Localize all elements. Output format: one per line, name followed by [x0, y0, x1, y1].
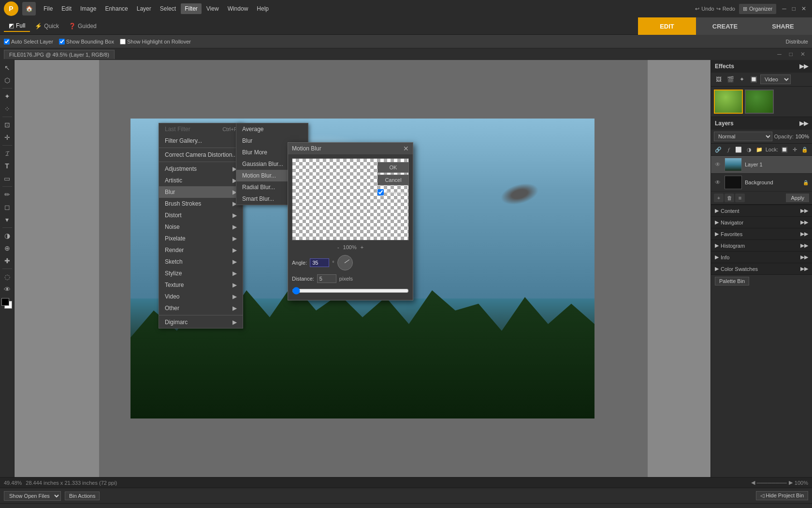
tab-maximize-icon[interactable]: □	[786, 50, 796, 59]
close-button[interactable]: ✕	[799, 5, 808, 12]
distort-item[interactable]: Distort ▶	[159, 209, 243, 221]
other-item[interactable]: Other ▶	[159, 302, 243, 314]
burn-tool[interactable]: ◑	[1, 230, 13, 241]
effects-filter-btn-4[interactable]: 🔲	[749, 75, 758, 84]
quick-selection-tool[interactable]: ✦	[1, 90, 13, 102]
artistic-item[interactable]: Artistic ▶	[159, 175, 243, 186]
maximize-button[interactable]: □	[790, 5, 798, 12]
zoom-in-status-button[interactable]: ▶	[789, 479, 793, 486]
blur-item[interactable]: Blur ▶	[159, 186, 243, 198]
eyedropper-tool[interactable]: 𝓘	[1, 148, 13, 159]
effect-thumb-1[interactable]	[714, 90, 743, 114]
video-effects-dropdown[interactable]: Video All Artistic	[760, 75, 791, 84]
effects-section-header[interactable]: Effects ▶▶	[711, 60, 812, 73]
content-section-header[interactable]: ▶ Content ▶▶	[711, 205, 812, 216]
layer-style-icon[interactable]: 𝑓	[724, 145, 732, 154]
tab-minimize-icon[interactable]: ─	[774, 50, 784, 59]
shape-tool[interactable]: ▭	[1, 173, 13, 184]
full-mode-button[interactable]: ◩ Full	[4, 20, 30, 32]
menu-file[interactable]: File	[40, 3, 57, 14]
digimarc-item[interactable]: Digimarc ▶	[159, 316, 243, 328]
layer-group-icon[interactable]: 📁	[755, 145, 763, 154]
quick-mode-button[interactable]: ⚡ Quick	[30, 21, 64, 31]
layer-row-2[interactable]: 👁 Background 🔒	[711, 174, 812, 192]
apply-button[interactable]: Apply	[786, 194, 809, 202]
fill-tool[interactable]: ▾	[1, 214, 13, 225]
menu-layer[interactable]: Layer	[133, 3, 155, 14]
show-highlight-checkbox[interactable]	[120, 39, 126, 45]
auto-select-checkbox[interactable]	[4, 39, 10, 45]
lock-move-icon[interactable]: ✛	[790, 145, 798, 154]
layer-link-icon[interactable]: 🔗	[714, 145, 722, 154]
guided-mode-button[interactable]: ❓ Guided	[64, 21, 102, 31]
effects-filter-btn-2[interactable]: 🎬	[725, 75, 735, 84]
blur-smudge-tool[interactable]: ◌	[1, 271, 13, 283]
zoom-in-button[interactable]: +	[361, 244, 363, 250]
distance-input[interactable]	[317, 274, 336, 283]
layers-section-header[interactable]: Layers ▶▶	[711, 117, 812, 130]
palette-bin-button[interactable]: Palette Bin	[715, 277, 749, 285]
show-open-files-dropdown[interactable]: Show Open Files	[4, 491, 61, 501]
undo-icon[interactable]: ↩	[695, 6, 699, 12]
brush-strokes-item[interactable]: Brush Strokes ▶	[159, 198, 243, 209]
effects-filter-btn-3[interactable]: ✦	[737, 75, 747, 84]
zoom-out-button[interactable]: -	[337, 244, 339, 250]
layer-2-visibility-icon[interactable]: 👁	[714, 179, 722, 186]
menu-enhance[interactable]: Enhance	[101, 3, 131, 14]
navigator-section-header[interactable]: ▶ Navigator ▶▶	[711, 217, 812, 228]
correct-camera-item[interactable]: Correct Camera Distortion...	[159, 149, 243, 161]
selection-tool[interactable]: ↖	[1, 62, 13, 74]
distance-slider[interactable]	[292, 287, 409, 295]
menu-select[interactable]: Select	[156, 3, 180, 14]
preview-checkbox[interactable]	[377, 189, 384, 195]
layer-1-visibility-icon[interactable]: 👁	[714, 161, 722, 168]
filter-gallery-item[interactable]: Filter Gallery...	[159, 135, 243, 147]
bin-actions-button[interactable]: Bin Actions	[65, 492, 100, 500]
hide-project-bin-button[interactable]: ◁ Hide Project Bin	[756, 491, 808, 500]
angle-input[interactable]	[310, 258, 329, 267]
brush-tool[interactable]: ✏	[1, 189, 13, 200]
noise-item[interactable]: Noise ▶	[159, 221, 243, 233]
redo-icon[interactable]: ↪	[716, 6, 721, 12]
angle-dial[interactable]	[337, 255, 353, 270]
color-swatches-section-header[interactable]: ▶ Color Swatches ▶▶	[711, 263, 812, 274]
favorites-section-header[interactable]: ▶ Favorites ▶▶	[711, 228, 812, 239]
home-button[interactable]: 🏠	[22, 2, 36, 15]
dialog-close-button[interactable]: ✕	[403, 145, 409, 152]
delete-layer-button[interactable]: 🗑	[725, 194, 734, 202]
lock-pixels-icon[interactable]: 🔲	[780, 145, 788, 154]
layer-adjustment-icon[interactable]: ◑	[745, 145, 753, 154]
effects-filter-btn-1[interactable]: 🖼	[714, 75, 724, 84]
foreground-background-colors[interactable]	[1, 298, 13, 310]
menu-filter[interactable]: Filter	[181, 3, 202, 14]
minimize-button[interactable]: ─	[780, 5, 788, 12]
texture-item[interactable]: Texture ▶	[159, 279, 243, 291]
foreground-color-swatch[interactable]	[1, 298, 9, 306]
healing-tool[interactable]: ✚	[1, 255, 13, 267]
histogram-section-header[interactable]: ▶ Histogram ▶▶	[711, 240, 812, 251]
ok-button[interactable]: OK	[377, 162, 409, 173]
stylize-item[interactable]: Stylize ▶	[159, 268, 243, 279]
adjustments-item[interactable]: Adjustments ▶	[159, 163, 243, 175]
eraser-tool[interactable]: ◻	[1, 201, 13, 213]
menu-window[interactable]: Window	[224, 3, 252, 14]
clone-tool[interactable]: ⊕	[1, 242, 13, 254]
average-item[interactable]: Average	[236, 123, 308, 135]
organizer-button[interactable]: ⊞ Organizer	[739, 4, 776, 14]
video-item[interactable]: Video ▶	[159, 291, 243, 302]
menu-edit[interactable]: Edit	[58, 3, 75, 14]
menu-image[interactable]: Image	[76, 3, 100, 14]
blend-mode-dropdown[interactable]: Normal Multiply Screen	[714, 132, 772, 141]
pixelate-item[interactable]: Pixelate ▶	[159, 233, 243, 244]
new-layer-button[interactable]: +	[714, 194, 724, 202]
tab-close-icon[interactable]: ✕	[798, 50, 808, 59]
create-button[interactable]: CREATE	[696, 17, 754, 35]
layer-row-1[interactable]: 👁 Layer 1	[711, 156, 812, 174]
menu-help[interactable]: Help	[253, 3, 273, 14]
share-button[interactable]: SHARE	[754, 17, 812, 35]
lasso-tool[interactable]: ⬡	[1, 75, 13, 86]
zoom-out-status-button[interactable]: ◀	[751, 479, 755, 486]
layer-menu-button[interactable]: ≡	[735, 194, 745, 202]
crop-tool[interactable]: ⊡	[1, 119, 13, 131]
lock-all-icon[interactable]: 🔒	[801, 145, 809, 154]
